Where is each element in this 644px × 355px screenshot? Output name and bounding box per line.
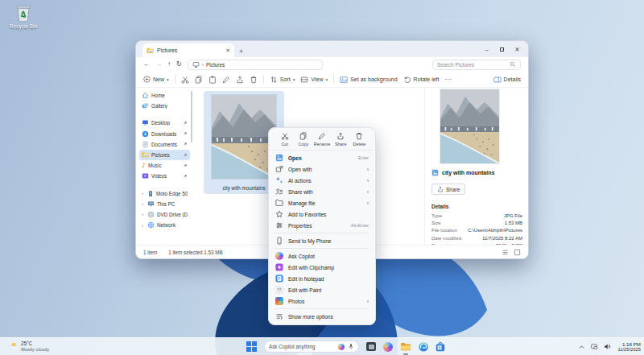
- new-tab-button[interactable]: +: [239, 47, 243, 56]
- menu-item-ai-actions[interactable]: AI actions ›: [271, 175, 373, 186]
- selection-info: 1 item selected 1.53 MB: [168, 250, 223, 255]
- thumbnail-view-icon[interactable]: [514, 249, 521, 256]
- clock-date: 11/25/2025: [617, 347, 641, 353]
- sidebar-item-label: Gallery: [151, 103, 188, 109]
- sidebar-item-home[interactable]: Home: [139, 90, 190, 101]
- share-with-icon: [275, 188, 283, 196]
- minimize-button[interactable]: –: [479, 41, 494, 57]
- quick-rename-button[interactable]: Rename: [312, 132, 331, 147]
- sidebar-item-downloads[interactable]: Downloads: [139, 129, 190, 139]
- paste-button[interactable]: [208, 72, 217, 87]
- tray-chevron-up-icon[interactable]: [578, 344, 585, 350]
- chevron-down-icon: ▾: [167, 77, 169, 82]
- expand-chevron-icon[interactable]: ›: [142, 212, 145, 217]
- details-row-location: File location C:\Users\Abhijith\Pictures: [431, 228, 522, 233]
- expand-chevron-icon[interactable]: ›: [142, 191, 145, 196]
- volume-icon[interactable]: [603, 343, 611, 350]
- cut-icon: [181, 76, 189, 84]
- list-view-icon[interactable]: [502, 249, 509, 256]
- forward-button[interactable]: →: [155, 61, 162, 68]
- details-row-type: Type JPG File: [431, 213, 522, 218]
- details-toggle-button[interactable]: Details: [493, 76, 521, 84]
- taskbar-copilot-app[interactable]: [383, 342, 393, 352]
- delete-button[interactable]: [250, 72, 258, 87]
- menu-item-edit-with-paint[interactable]: Edit with Paint: [271, 284, 373, 295]
- microphone-icon[interactable]: [348, 343, 354, 350]
- sidebar-item-phone[interactable]: › Moto Edge 50 N: [139, 188, 190, 199]
- tab-close-icon[interactable]: ✕: [225, 47, 230, 54]
- menu-item-open[interactable]: Open Enter: [271, 152, 373, 163]
- sidebar-item-label: Desktop: [151, 120, 180, 126]
- share-button[interactable]: [236, 72, 244, 87]
- taskbar-edge[interactable]: [419, 342, 428, 352]
- menu-item-share-with[interactable]: Share with ›: [271, 186, 373, 197]
- copilot-icon: [275, 252, 283, 260]
- start-button[interactable]: [246, 341, 257, 352]
- recycle-bin[interactable]: Recycle Bin: [5, 3, 42, 29]
- notepad-icon: [275, 275, 283, 283]
- sidebar-item-label: Music: [148, 163, 180, 168]
- sidebar-item-label: Downloads: [151, 131, 180, 137]
- details-row-modified: Date modified 11/7/2025 8:22 AM: [431, 236, 522, 241]
- tab-pictures[interactable]: Pictures ✕: [142, 43, 234, 57]
- context-menu: Cut Copy Rename Share: [268, 127, 376, 325]
- share-icon: [437, 186, 444, 192]
- phone-icon: [147, 190, 154, 197]
- cut-button[interactable]: [181, 72, 189, 87]
- taskbar-store[interactable]: [436, 342, 445, 352]
- task-view-button[interactable]: [366, 342, 376, 351]
- refresh-button[interactable]: ↻: [176, 61, 182, 68]
- maximize-button[interactable]: [494, 41, 510, 57]
- menu-item-photos[interactable]: Photos ›: [271, 295, 373, 307]
- copilot-search-box[interactable]: Ask Copilot anything: [264, 341, 359, 353]
- sidebar-item-dvd-drive[interactable]: › DVD Drive (D:) C: [139, 209, 190, 220]
- sidebar-item-documents[interactable]: Documents: [139, 139, 190, 150]
- sidebar-item-network[interactable]: › Network: [139, 220, 190, 230]
- menu-item-add-to-favorites[interactable]: Add to Favorites: [271, 208, 373, 220]
- taskbar-file-explorer[interactable]: [400, 342, 411, 352]
- pin-icon: [183, 121, 188, 126]
- gallery-icon: [142, 102, 149, 109]
- expand-chevron-icon[interactable]: ›: [142, 223, 145, 228]
- new-button[interactable]: New ▾: [143, 76, 169, 83]
- sidebar-item-music[interactable]: ♪ Music: [139, 160, 190, 171]
- weather-widget[interactable]: 25°C Mostly cloudy: [6, 341, 49, 352]
- up-button[interactable]: ↑: [167, 61, 171, 68]
- menu-item-ask-copilot[interactable]: Ask Copilot: [271, 250, 373, 262]
- sidebar-item-gallery[interactable]: Gallery: [139, 101, 190, 111]
- image-file-icon: [275, 154, 283, 162]
- sidebar-item-pictures[interactable]: Pictures: [139, 150, 190, 160]
- search-input[interactable]: Search Pictures: [432, 60, 521, 70]
- view-button[interactable]: View ▾: [300, 76, 328, 84]
- titlebar[interactable]: Pictures ✕ + – ✕: [136, 41, 528, 57]
- menu-item-show-more-options[interactable]: Show more options: [271, 311, 373, 322]
- quick-cut-button[interactable]: Cut: [275, 132, 294, 147]
- copy-button[interactable]: [195, 72, 203, 87]
- sort-button[interactable]: Sort ▾: [270, 76, 295, 84]
- sidebar-item-this-pc[interactable]: › This PC: [139, 199, 190, 209]
- breadcrumb[interactable]: Pictures: [206, 62, 225, 68]
- menu-item-edit-with-clipchamp[interactable]: Edit with Clipchamp: [271, 262, 373, 273]
- cast-display-icon[interactable]: [590, 343, 598, 350]
- sidebar-item-desktop[interactable]: Desktop: [139, 118, 190, 128]
- quick-copy-button[interactable]: Copy: [294, 132, 312, 147]
- set-as-background-button[interactable]: Set as background: [340, 76, 397, 84]
- address-bar[interactable]: › Pictures: [188, 60, 323, 70]
- quick-share-button[interactable]: Share: [332, 132, 350, 147]
- details-share-button[interactable]: Share: [431, 184, 465, 195]
- photos-icon: [275, 297, 283, 305]
- menu-item-open-with[interactable]: Open with ›: [271, 163, 373, 175]
- sidebar-item-videos[interactable]: Videos: [139, 171, 190, 181]
- expand-chevron-icon[interactable]: ›: [142, 201, 145, 206]
- menu-item-send-to-phone[interactable]: Send to My Phone: [271, 235, 373, 246]
- rotate-left-button[interactable]: Rotate left: [403, 76, 440, 84]
- menu-item-edit-in-notepad[interactable]: Edit in Notepad: [271, 273, 373, 284]
- clock[interactable]: 1:18 PM 11/25/2025: [617, 341, 641, 353]
- quick-delete-button[interactable]: Delete: [350, 132, 369, 147]
- menu-item-properties[interactable]: Properties Alt+Enter: [271, 220, 373, 231]
- rename-button[interactable]: [222, 72, 230, 87]
- menu-item-manage-file[interactable]: Manage file ›: [271, 197, 373, 208]
- back-button[interactable]: ←: [143, 61, 150, 68]
- close-button[interactable]: ✕: [510, 41, 525, 57]
- see-more-button[interactable]: ⋯: [445, 76, 452, 83]
